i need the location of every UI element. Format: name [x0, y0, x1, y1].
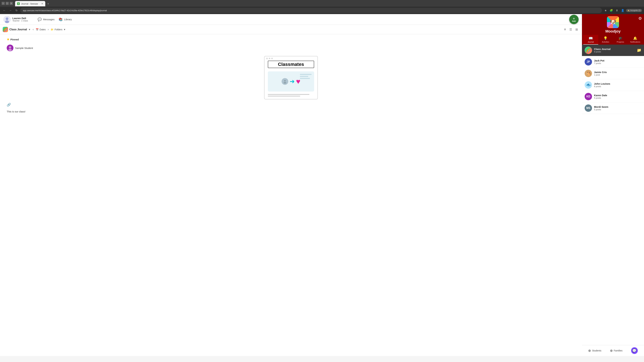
sidebar-mordi-seem[interactable]: MS Mordi Seem 5 posts [582, 102, 644, 114]
line-3 [300, 78, 310, 79]
class-name: Class Journal [10, 28, 27, 31]
bookmark-button[interactable]: ★ [603, 8, 608, 13]
profile-button[interactable]: 👤 [620, 8, 625, 13]
svg-point-7 [284, 82, 286, 84]
user-text: Lauren Deli Teacher · 1 Class [12, 17, 28, 22]
user-name: Lauren Deli [12, 17, 28, 19]
library-icon: 📚 [58, 17, 63, 21]
extensions-button[interactable]: 🧩 [609, 8, 614, 13]
add-button[interactable]: + Add [569, 15, 578, 24]
svg-point-2 [5, 20, 9, 23]
card-title: Classmates [268, 61, 314, 68]
tabs-bar: S Journal - Seesaw ✕ + [14, 0, 642, 6]
class-selector[interactable]: 🌈 Class Journal ▼ [3, 27, 31, 32]
line-1 [300, 74, 312, 75]
families-label: Families [614, 349, 622, 352]
jamie-cris-name: Jamie Cris [594, 71, 607, 73]
folders-label: Folders [54, 28, 62, 31]
jamie-cris-info: Jamie Cris 1 post [594, 71, 607, 76]
journal-tab-label: Journal [588, 41, 594, 43]
john-louises-posts: 6 posts [594, 85, 610, 88]
families-button[interactable]: ⊕ Families [610, 349, 622, 353]
back-button[interactable]: ← [2, 8, 7, 13]
karen-dale-avatar: KD [585, 93, 592, 100]
line-2 [300, 76, 308, 77]
forward-button[interactable]: → [8, 8, 13, 13]
folder-icon: 📁 [637, 48, 641, 52]
moodjoy-title: Moodjoy [606, 29, 620, 33]
progress-tab-label: Progress [617, 41, 624, 43]
class-journal-avatar: 🌈 [585, 46, 592, 54]
date-section: 📅 Dates [36, 28, 46, 31]
next-arrow-button[interactable]: › [47, 27, 49, 32]
dates-label: Dates [40, 28, 46, 31]
svg-point-5 [8, 49, 12, 51]
moodjoy-tab-progress[interactable]: 🎓 Progress [613, 35, 628, 44]
download-button[interactable]: ⬇ [615, 8, 619, 13]
card-dot-1 [266, 58, 268, 59]
right-panel: ⚙ 🐶 Moodjoy 📖 Journal 💡 Activities 🎓 Pro… [582, 14, 644, 356]
prev-arrow-button[interactable]: ‹ [32, 27, 34, 32]
jack-pot-posts: 7 posts [594, 62, 604, 64]
address-bar: ← → ↻ ★ 🧩 ⬇ 👤 🕵️ Incognito (2) [0, 7, 644, 14]
link-icon[interactable]: 🔗 [7, 103, 575, 107]
library-label: Library [64, 18, 72, 21]
tab-close-button[interactable]: ✕ [41, 2, 43, 5]
karen-dale-name: Karen Dale [594, 94, 607, 97]
sidebar-class-journal[interactable]: 🌈 Class Journal 9 posts 📁 [582, 44, 644, 56]
class-icon: 🌈 [3, 27, 8, 32]
filter-button[interactable]: ≡ [563, 27, 567, 32]
sidebar-jamie-cris[interactable]: 🐴 Jamie Cris 1 post [582, 68, 644, 79]
minimize-button[interactable]: ─ [2, 2, 5, 5]
pinned-label: ★ Pinned [7, 37, 575, 41]
chat-button[interactable]: 💬 [631, 347, 638, 354]
pinned-section: ★ Pinned Sample Student [7, 37, 575, 53]
reload-button[interactable]: ↻ [14, 8, 19, 13]
new-tab-button[interactable]: + [46, 1, 50, 6]
moodjoy-tab-activities[interactable]: 💡 Activities [598, 35, 613, 44]
svg-point-1 [6, 17, 8, 20]
url-input[interactable] [20, 8, 602, 13]
svg-point-4 [9, 46, 11, 48]
students-label: Students [592, 349, 601, 352]
incognito-badge: 🕵️ Incognito (2) [626, 9, 642, 12]
mordi-seem-posts: 5 posts [594, 108, 608, 111]
card-lines [300, 74, 312, 79]
students-button[interactable]: ⊕ Students [588, 349, 601, 353]
sub-nav: 🌈 Class Journal ▼ ‹ 📅 Dates › 📁 Folders … [0, 25, 582, 34]
folders-chevron-down-icon: ▼ [64, 28, 66, 31]
card-body: ➜ ♥ [264, 70, 318, 99]
sidebar-jack-pot[interactable]: JP Jack Pot 7 posts [582, 56, 644, 68]
card-illustration: ➜ ♥ [268, 71, 314, 91]
card-dot-3 [271, 58, 273, 59]
grid-view-button[interactable]: ⊞ [574, 27, 579, 32]
card-dot-2 [269, 58, 270, 59]
moodjoy-tab-notifications[interactable]: 🔔 Notifications [628, 35, 643, 44]
activities-tab-label: Activities [602, 41, 609, 43]
mordi-seem-info: Mordi Seem 5 posts [594, 105, 608, 111]
close-button[interactable]: ✕ [10, 2, 13, 5]
gear-icon[interactable]: ⚙ [638, 16, 642, 21]
sidebar-karen-dale[interactable]: KD Karen Dale 5 posts [582, 91, 644, 102]
jack-pot-info: Jack Pot 7 posts [594, 59, 604, 64]
list-view-button[interactable]: ☰ [568, 27, 574, 32]
tab-favicon: S [17, 2, 20, 5]
sidebar-john-louises[interactable]: 🐟 John Louises 6 posts [582, 79, 644, 91]
messages-link[interactable]: 💬 Messages [38, 17, 54, 21]
active-tab[interactable]: S Journal - Seesaw ✕ [15, 1, 45, 6]
tab-title: Journal - Seesaw [21, 2, 38, 5]
moodjoy-logo: 🐶 [607, 16, 619, 28]
sample-student-item[interactable]: Sample Student [7, 43, 575, 53]
jack-pot-avatar: JP [585, 58, 592, 65]
moodjoy-header: ⚙ 🐶 Moodjoy 📖 Journal 💡 Activities 🎓 Pro… [582, 14, 644, 44]
maximize-button[interactable]: □ [6, 2, 9, 5]
mordi-seem-name: Mordi Seem [594, 105, 608, 108]
sidebar-bottom: ⊕ Students ⊕ Families 💬 [582, 345, 644, 356]
jamie-cris-posts: 1 post [594, 73, 607, 76]
library-link[interactable]: 📚 Library [58, 17, 72, 21]
plus-icon-2: ⊕ [610, 349, 613, 353]
class-chevron-down-icon: ▼ [28, 28, 31, 31]
user-info: Lauren Deli Teacher · 1 Class [3, 16, 34, 23]
john-louises-name: John Louises [594, 82, 610, 85]
moodjoy-tab-journal[interactable]: 📖 Journal [583, 35, 598, 44]
